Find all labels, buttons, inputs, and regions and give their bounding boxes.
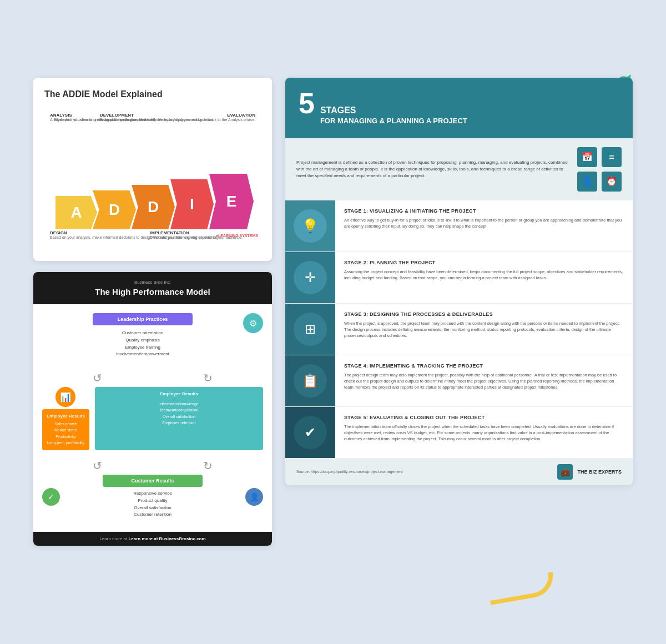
addie-arrow-d2: D bbox=[132, 185, 175, 229]
hp-gear-icon: ⚙ bbox=[243, 313, 263, 333]
stage-4-title: STAGE 4: IMPLEMENTING & TRACKING THE PRO… bbox=[344, 363, 624, 369]
hp-chart-icon: 📊 bbox=[56, 387, 75, 407]
addie-title: The ADDIE Model Explained bbox=[44, 89, 261, 100]
stages-icon-calendar: 📅 bbox=[577, 147, 597, 167]
addie-arrow-i: I bbox=[170, 179, 214, 229]
stage-3-desc: When the project is approved, the projec… bbox=[344, 320, 624, 339]
stages-brand-icon: 💼 bbox=[557, 464, 573, 480]
left-column: The ADDIE Model Explained ANALYSIS Analy… bbox=[33, 78, 272, 546]
addie-brand: eLEARNING SYSTEMS bbox=[216, 234, 258, 238]
stage-5-title: STAGE 5: EVALUATING & CLOSING OUT THE PR… bbox=[344, 415, 624, 420]
hp-employee-results-1-box: Employee Results Sales growthMarket shar… bbox=[42, 409, 89, 450]
stages-intro-icons: 📅 ≡ 👤 ⏰ bbox=[577, 147, 622, 192]
hp-title: The High Performance Model bbox=[42, 287, 263, 296]
right-column: 5 STAGES FOR MANAGING & PLANNING A PROJE… bbox=[285, 78, 633, 546]
stage-5-icon: ✔ bbox=[294, 416, 327, 449]
stage-2-content: STAGE 2: PLANNING THE PROJECT Assuming t… bbox=[335, 252, 633, 303]
addie-diagram: ANALYSIS Analyze your situation to under… bbox=[44, 107, 261, 240]
stage-4-item: 📋 STAGE 4: IMPLEMENTING & TRACKING THE P… bbox=[285, 355, 633, 407]
stage-1-icon-col: 💡 bbox=[285, 200, 335, 251]
stages-title: STAGES bbox=[320, 105, 467, 117]
stage-2-icon: ✛ bbox=[294, 261, 327, 294]
stage-1-title: STAGE 1: VISUALIZING & INITIATING THE PR… bbox=[344, 208, 624, 214]
stage-5-desc: The implementation team officially close… bbox=[344, 424, 624, 442]
stage-1-desc: An effective way to get buy-in for a pro… bbox=[344, 217, 624, 230]
hp-employee-results-2-box: Employee Results Information/knowledgeTe… bbox=[95, 387, 263, 450]
deco-yellow-curve bbox=[487, 572, 556, 605]
hp-leadership-items: Customer orientationQuality emphasisEmpl… bbox=[42, 330, 243, 358]
stage-2-item: ✛ STAGE 2: PLANNING THE PROJECT Assuming… bbox=[285, 252, 633, 304]
addie-arrow-e: E bbox=[209, 174, 254, 229]
stages-source: Source: https://asq.org/quality-resource… bbox=[296, 470, 403, 474]
stages-subtitle: FOR MANAGING & PLANNING A PROJECT bbox=[320, 117, 467, 125]
stage-4-icon-col: 📋 bbox=[285, 355, 335, 406]
stages-number: 5 bbox=[299, 89, 315, 118]
stage-3-item: ⊞ STAGE 3: DESIGNING THE PROCESSES & DEL… bbox=[285, 304, 633, 355]
stage-5-item: ✔ STAGE 5: EVALUATING & CLOSING OUT THE … bbox=[285, 407, 633, 459]
stage-5-content: STAGE 5: EVALUATING & CLOSING OUT THE PR… bbox=[335, 407, 633, 458]
hp-customer-section: ✓ Customer Results Responsive servicePro… bbox=[42, 475, 263, 519]
stage-2-icon-col: ✛ bbox=[285, 252, 335, 303]
hp-arrows-mid: ↺ ↻ bbox=[42, 369, 263, 387]
addie-arrow-d1: D bbox=[93, 190, 136, 229]
stage-1-icon: 💡 bbox=[294, 209, 327, 243]
stages-footer: Source: https://asq.org/quality-resource… bbox=[285, 459, 633, 485]
stages-brand: 💼 THE BIZ EXPERTS bbox=[557, 464, 622, 480]
stages-icon-person: 👤 bbox=[577, 172, 597, 192]
hp-body: Leadership Practices Customer orientatio… bbox=[33, 304, 272, 532]
stages-intro: Project management is defined as a colle… bbox=[285, 138, 633, 200]
hp-customer-results-box: Customer Results bbox=[103, 475, 203, 487]
addie-arrow-a: A bbox=[56, 196, 97, 229]
hp-customer-items: Responsive serviceProduct qualityOverall… bbox=[60, 490, 245, 519]
stages-header-top: 5 STAGES FOR MANAGING & PLANNING A PROJE… bbox=[299, 89, 619, 125]
hp-company: Business Bros Inc. bbox=[42, 280, 263, 285]
stage-4-desc: The project design team may also impleme… bbox=[344, 372, 624, 391]
hp-check-icon: ✓ bbox=[42, 488, 60, 506]
stage-4-content: STAGE 4: IMPLEMENTING & TRACKING THE PRO… bbox=[335, 355, 633, 406]
stage-1-item: 💡 STAGE 1: VISUALIZING & INITIATING THE … bbox=[285, 200, 633, 252]
stages-intro-text: Project management is defined as a colle… bbox=[296, 159, 568, 179]
hp-card: Business Bros Inc. The High Performance … bbox=[33, 272, 272, 546]
addie-card: The ADDIE Model Explained ANALYSIS Analy… bbox=[33, 78, 272, 261]
stage-3-icon: ⊞ bbox=[294, 313, 327, 346]
stage-3-icon-col: ⊞ bbox=[285, 304, 335, 355]
hp-footer: Learn more at Learn more at BusinessBros… bbox=[33, 532, 272, 546]
addie-arrows: A D D I E bbox=[56, 174, 254, 229]
main-container: The ADDIE Model Explained ANALYSIS Analy… bbox=[33, 78, 633, 546]
stage-2-desc: Assuming the project concept and feasibi… bbox=[344, 269, 624, 281]
hp-header: Business Bros Inc. The High Performance … bbox=[33, 272, 272, 304]
stages-icon-list: ≡ bbox=[602, 147, 622, 167]
hp-person-icon: 👤 bbox=[245, 488, 263, 506]
stage-5-icon-col: ✔ bbox=[285, 407, 335, 458]
stage-2-title: STAGE 2: PLANNING THE PROJECT bbox=[344, 260, 624, 265]
hp-leadership-box: Leadership Practices bbox=[93, 313, 193, 325]
stages-icon-clock: ⏰ bbox=[602, 172, 622, 192]
stages-header: 5 STAGES FOR MANAGING & PLANNING A PROJE… bbox=[285, 78, 633, 138]
hp-arrows-bottom: ↺ ↻ bbox=[42, 457, 263, 475]
stages-card: 5 STAGES FOR MANAGING & PLANNING A PROJE… bbox=[285, 78, 633, 485]
stage-4-icon: 📋 bbox=[294, 364, 327, 398]
stage-3-title: STAGE 3: DESIGNING THE PROCESSES & DELIV… bbox=[344, 311, 624, 317]
stage-3-content: STAGE 3: DESIGNING THE PROCESSES & DELIV… bbox=[335, 304, 633, 355]
hp-middle-row: 📊 Employee Results Sales growthMarket sh… bbox=[42, 387, 263, 450]
addie-evaluation-label: EVALUATION Evaluate if your learning end… bbox=[54, 113, 255, 122]
stage-1-content: STAGE 1: VISUALIZING & INITIATING THE PR… bbox=[335, 200, 633, 251]
